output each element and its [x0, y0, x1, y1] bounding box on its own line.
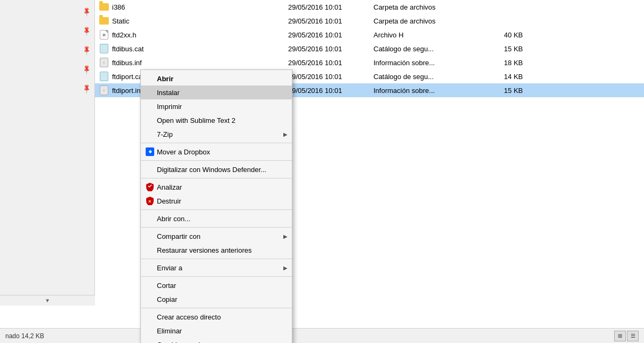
menu-item-label: Enviar a	[157, 264, 182, 272]
menu-separator	[141, 227, 292, 228]
file-date: 29/05/2016 10:01	[288, 31, 373, 39]
menu-item-label: Destruir	[157, 197, 181, 205]
file-name: ftdibus.cat	[112, 45, 288, 53]
file-name: ftd2xx.h	[112, 31, 288, 39]
menu-separator	[141, 160, 292, 161]
folder-icon	[99, 2, 109, 12]
pin-icon-4: 📌	[81, 64, 92, 75]
inf-file-icon: i	[99, 58, 109, 67]
file-name: Static	[112, 17, 288, 25]
menu-item-label: Crear acceso directo	[157, 313, 221, 321]
file-type: Carpeta de archivos	[373, 3, 480, 11]
context-menu-analizar[interactable]: Analizar	[141, 180, 292, 194]
context-menu-open-sublime[interactable]: Open with Sublime Text 2	[141, 113, 292, 127]
file-type: Catálogo de segu...	[373, 73, 480, 81]
menu-separator	[141, 308, 292, 308]
file-size: 40 KB	[480, 31, 523, 39]
table-row[interactable]: ftdibus.cat 29/05/2016 10:01 Catálogo de…	[95, 42, 644, 56]
context-menu-abrir[interactable]: Abrir	[141, 72, 292, 85]
menu-item-label: Copiar	[157, 295, 177, 303]
menu-item-label: 7-Zip	[157, 130, 173, 138]
file-date: 29/05/2016 10:01	[288, 45, 373, 53]
context-menu-enviar-a[interactable]: Enviar a	[141, 261, 292, 275]
folder-icon	[99, 16, 109, 26]
file-type: Catálogo de segu...	[373, 45, 480, 53]
menu-item-label: Open with Sublime Text 2	[157, 116, 235, 124]
file-size: 18 KB	[480, 59, 523, 67]
file-type: Carpeta de archivos	[373, 17, 480, 25]
menu-separator	[141, 178, 292, 178]
h-file-icon: H	[99, 30, 109, 40]
pin-icon-5: 📌	[81, 83, 92, 94]
menu-separator	[141, 143, 292, 143]
details-view-button[interactable]: ⊞	[614, 331, 626, 341]
view-buttons: ⊞ ☰	[614, 331, 639, 341]
svg-text:×: ×	[148, 199, 151, 204]
context-menu-destruir[interactable]: × Destruir	[141, 194, 292, 208]
menu-item-label: Restaurar versiones anteriores	[157, 246, 252, 254]
file-size: 15 KB	[480, 45, 523, 53]
context-menu-cortar[interactable]: Cortar	[141, 278, 292, 292]
context-menu-eliminar[interactable]: Eliminar	[141, 324, 292, 338]
dropbox-icon: ❖	[145, 147, 155, 157]
context-menu-digitalizar[interactable]: Digitalizar con Windows Defender...	[141, 162, 292, 176]
menu-separator	[141, 259, 292, 259]
pin-icon-3: 📌	[81, 45, 92, 56]
shield-icon: ×	[145, 196, 155, 206]
status-text: nado 14,2 KB	[5, 332, 44, 340]
file-name: ftdibus.inf	[112, 59, 288, 67]
table-row[interactable]: i ftdibus.inf 29/05/2016 10:01 Informaci…	[95, 56, 644, 69]
sidebar: 📌 📌 📌 📌 📌	[0, 0, 95, 305]
file-type: Información sobre...	[373, 87, 480, 95]
cat-file-icon	[99, 72, 109, 81]
menu-item-label: Cambiar nombre	[157, 341, 209, 344]
pin-icon-2: 📌	[81, 26, 92, 36]
file-date: 29/05/2016 10:01	[288, 59, 373, 67]
context-menu-copiar[interactable]: Copiar	[141, 292, 292, 306]
file-type: Información sobre...	[373, 59, 480, 67]
shield-icon	[145, 182, 155, 192]
context-menu-imprimir[interactable]: Imprimir	[141, 99, 292, 113]
context-menu-restaurar[interactable]: Restaurar versiones anteriores	[141, 243, 292, 257]
file-size: 14 KB	[480, 73, 523, 81]
context-menu-crear-acceso[interactable]: Crear acceso directo	[141, 310, 292, 324]
inf-file-icon: i	[99, 85, 109, 95]
file-date: 29/05/2016 10:01	[288, 17, 373, 25]
context-menu-abrir-con[interactable]: Abrir con...	[141, 212, 292, 225]
pin-icon-1: 📌	[81, 6, 92, 17]
menu-item-label: Digitalizar con Windows Defender...	[157, 166, 266, 174]
context-menu-7zip[interactable]: 7-Zip	[141, 127, 292, 141]
menu-item-label: Instalar	[157, 89, 180, 97]
table-row[interactable]: Static 29/05/2016 10:01 Carpeta de archi…	[95, 14, 644, 28]
menu-item-label: Compartir con	[157, 232, 201, 240]
context-menu-compartir-con[interactable]: Compartir con	[141, 229, 292, 243]
menu-item-label: Analizar	[157, 183, 182, 191]
file-size: 15 KB	[480, 87, 523, 95]
table-row[interactable]: H ftd2xx.h 29/05/2016 10:01 Archivo H 40…	[95, 28, 644, 42]
table-row[interactable]: i386 29/05/2016 10:01 Carpeta de archivo…	[95, 0, 644, 14]
status-bar: nado 14,2 KB ⊞ ☰	[0, 328, 644, 343]
file-type: Archivo H	[373, 31, 480, 39]
menu-item-label: Abrir	[157, 75, 173, 83]
menu-item-label: Imprimir	[157, 103, 182, 111]
context-menu-mover-dropbox[interactable]: ❖ Mover a Dropbox	[141, 145, 292, 159]
file-name: i386	[112, 3, 288, 11]
menu-item-label: Eliminar	[157, 327, 182, 335]
file-date: 29/05/2016 10:01	[288, 3, 373, 11]
context-menu-instalar[interactable]: Instalar	[141, 85, 292, 99]
sidebar-pin-icons: 📌 📌 📌 📌 📌	[83, 8, 90, 92]
cat-file-icon	[99, 44, 109, 53]
sidebar-scroll[interactable]: ▼	[0, 295, 95, 306]
chevron-down-icon: ▼	[45, 298, 50, 303]
context-menu-cambiar-nombre[interactable]: Cambiar nombre	[141, 338, 292, 343]
list-view-button[interactable]: ☰	[627, 331, 639, 341]
menu-item-label: Cortar	[157, 282, 176, 290]
file-date: 29/05/2016 10:01	[288, 73, 373, 81]
menu-item-label: Mover a Dropbox	[157, 148, 210, 156]
menu-separator	[141, 276, 292, 277]
context-menu: Abrir Instalar Imprimir Open with Sublim…	[140, 69, 292, 343]
file-date: 29/05/2016 10:01	[288, 87, 373, 95]
menu-separator	[141, 209, 292, 210]
menu-item-label: Abrir con...	[157, 215, 190, 223]
